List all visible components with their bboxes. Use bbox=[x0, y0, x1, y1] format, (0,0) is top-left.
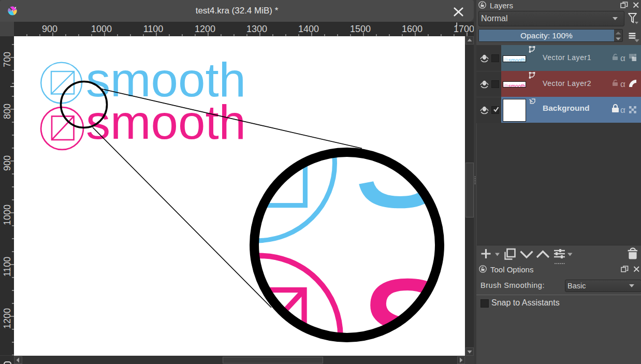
svg-text:1300: 1300 bbox=[246, 24, 267, 34]
svg-text:1100: 1100 bbox=[2, 257, 12, 277]
svg-text:1200: 1200 bbox=[195, 24, 215, 34]
svg-text:1400: 1400 bbox=[298, 24, 319, 34]
svg-text:700: 700 bbox=[2, 52, 12, 67]
svg-text:1000: 1000 bbox=[2, 205, 12, 225]
svg-text:900: 900 bbox=[2, 155, 12, 171]
svg-text:1600: 1600 bbox=[402, 24, 423, 34]
svg-text:1100: 1100 bbox=[143, 24, 164, 34]
svg-text:1500: 1500 bbox=[350, 24, 371, 34]
svg-text:900: 900 bbox=[42, 24, 57, 34]
svg-text:1200: 1200 bbox=[2, 308, 12, 329]
svg-text:800: 800 bbox=[2, 104, 12, 119]
svg-text:1000: 1000 bbox=[91, 24, 112, 34]
